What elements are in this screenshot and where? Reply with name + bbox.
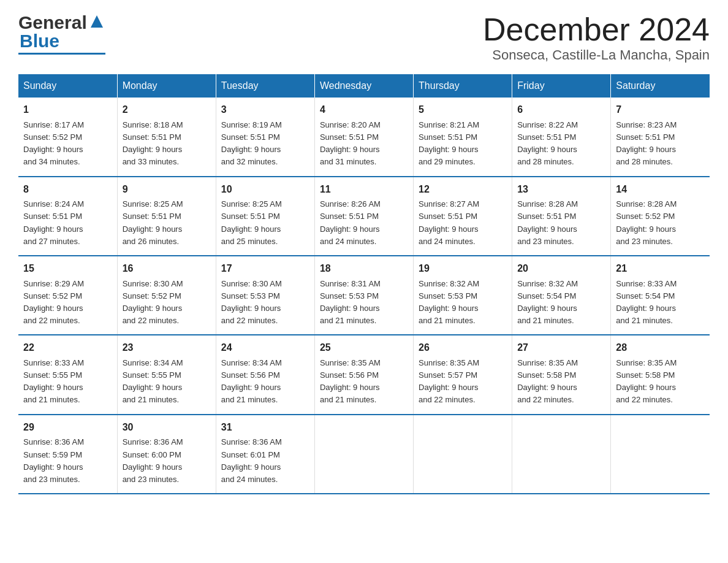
weekday-header-thursday: Thursday	[414, 74, 512, 98]
day-number: 27	[517, 340, 605, 356]
day-number: 22	[23, 340, 112, 356]
calendar-cell: 20Sunrise: 8:32 AMSunset: 5:54 PMDayligh…	[512, 256, 611, 335]
calendar-week-row: 15Sunrise: 8:29 AMSunset: 5:52 PMDayligh…	[18, 256, 710, 335]
day-info: Sunrise: 8:17 AMSunset: 5:52 PMDaylight:…	[23, 120, 84, 166]
day-info: Sunrise: 8:36 AMSunset: 6:01 PMDaylight:…	[221, 437, 282, 483]
day-number: 30	[123, 420, 211, 435]
weekday-header-friday: Friday	[512, 74, 611, 98]
day-info: Sunrise: 8:24 AMSunset: 5:51 PMDaylight:…	[23, 199, 84, 245]
day-number: 25	[320, 340, 408, 356]
calendar-cell: 28Sunrise: 8:35 AMSunset: 5:58 PMDayligh…	[611, 335, 710, 414]
calendar-cell: 5Sunrise: 8:21 AMSunset: 5:51 PMDaylight…	[414, 98, 512, 176]
day-info: Sunrise: 8:28 AMSunset: 5:52 PMDaylight:…	[616, 199, 677, 245]
calendar-cell: 31Sunrise: 8:36 AMSunset: 6:01 PMDayligh…	[216, 415, 314, 494]
month-title: December 2024	[483, 12, 710, 47]
calendar-cell: 12Sunrise: 8:27 AMSunset: 5:51 PMDayligh…	[414, 177, 512, 256]
calendar-week-row: 8Sunrise: 8:24 AMSunset: 5:51 PMDaylight…	[18, 177, 710, 256]
calendar-cell: 26Sunrise: 8:35 AMSunset: 5:57 PMDayligh…	[414, 335, 512, 414]
calendar-cell: 2Sunrise: 8:18 AMSunset: 5:51 PMDaylight…	[117, 98, 216, 176]
calendar-cell: 18Sunrise: 8:31 AMSunset: 5:53 PMDayligh…	[314, 256, 413, 335]
weekday-header-monday: Monday	[117, 74, 216, 98]
weekday-header-wednesday: Wednesday	[314, 74, 413, 98]
day-number: 14	[616, 182, 705, 197]
calendar-cell: 9Sunrise: 8:25 AMSunset: 5:51 PMDaylight…	[117, 177, 216, 256]
day-number: 8	[23, 182, 112, 197]
day-number: 16	[123, 261, 211, 277]
day-info: Sunrise: 8:26 AMSunset: 5:51 PMDaylight:…	[320, 199, 381, 245]
day-info: Sunrise: 8:21 AMSunset: 5:51 PMDaylight:…	[419, 120, 479, 166]
day-number: 4	[320, 102, 408, 118]
day-info: Sunrise: 8:33 AMSunset: 5:54 PMDaylight:…	[616, 279, 677, 325]
calendar-cell	[611, 415, 710, 494]
logo-underline	[18, 53, 105, 55]
day-info: Sunrise: 8:31 AMSunset: 5:53 PMDaylight:…	[320, 279, 381, 325]
calendar-cell: 24Sunrise: 8:34 AMSunset: 5:56 PMDayligh…	[216, 335, 314, 414]
calendar-week-row: 22Sunrise: 8:33 AMSunset: 5:55 PMDayligh…	[18, 335, 710, 414]
logo-triangle-icon	[88, 13, 105, 30]
day-number: 3	[221, 102, 309, 118]
page-header: General Blue December 2024 Sonseca, Cast…	[18, 12, 710, 63]
calendar-table: SundayMondayTuesdayWednesdayThursdayFrid…	[18, 74, 710, 494]
logo-general: General	[18, 12, 87, 33]
day-info: Sunrise: 8:36 AMSunset: 5:59 PMDaylight:…	[23, 437, 84, 483]
calendar-cell: 8Sunrise: 8:24 AMSunset: 5:51 PMDaylight…	[18, 177, 117, 256]
calendar-cell: 25Sunrise: 8:35 AMSunset: 5:56 PMDayligh…	[314, 335, 413, 414]
day-info: Sunrise: 8:36 AMSunset: 6:00 PMDaylight:…	[123, 437, 183, 483]
day-info: Sunrise: 8:23 AMSunset: 5:51 PMDaylight:…	[616, 120, 677, 166]
calendar-cell: 30Sunrise: 8:36 AMSunset: 6:00 PMDayligh…	[117, 415, 216, 494]
day-info: Sunrise: 8:30 AMSunset: 5:52 PMDaylight:…	[123, 279, 183, 325]
weekday-header-saturday: Saturday	[611, 74, 710, 98]
day-info: Sunrise: 8:35 AMSunset: 5:58 PMDaylight:…	[616, 358, 677, 404]
day-number: 1	[23, 102, 112, 118]
day-number: 6	[517, 102, 605, 118]
logo: General Blue	[18, 12, 105, 55]
calendar-cell: 22Sunrise: 8:33 AMSunset: 5:55 PMDayligh…	[18, 335, 117, 414]
title-block: December 2024 Sonseca, Castille-La Manch…	[483, 12, 710, 63]
weekday-header-tuesday: Tuesday	[216, 74, 314, 98]
calendar-cell: 10Sunrise: 8:25 AMSunset: 5:51 PMDayligh…	[216, 177, 314, 256]
calendar-cell: 7Sunrise: 8:23 AMSunset: 5:51 PMDaylight…	[611, 98, 710, 176]
calendar-cell	[414, 415, 512, 494]
day-info: Sunrise: 8:30 AMSunset: 5:53 PMDaylight:…	[221, 279, 282, 325]
day-number: 11	[320, 182, 408, 197]
day-number: 24	[221, 340, 309, 356]
calendar-cell: 6Sunrise: 8:22 AMSunset: 5:51 PMDaylight…	[512, 98, 611, 176]
day-info: Sunrise: 8:19 AMSunset: 5:51 PMDaylight:…	[221, 120, 282, 166]
day-number: 23	[123, 340, 211, 356]
day-number: 26	[419, 340, 507, 356]
logo-blue: Blue	[20, 31, 59, 52]
calendar-cell: 13Sunrise: 8:28 AMSunset: 5:51 PMDayligh…	[512, 177, 611, 256]
calendar-week-row: 29Sunrise: 8:36 AMSunset: 5:59 PMDayligh…	[18, 415, 710, 494]
calendar-cell	[314, 415, 413, 494]
day-info: Sunrise: 8:32 AMSunset: 5:53 PMDaylight:…	[419, 279, 479, 325]
location-title: Sonseca, Castille-La Mancha, Spain	[483, 47, 710, 63]
calendar-cell: 21Sunrise: 8:33 AMSunset: 5:54 PMDayligh…	[611, 256, 710, 335]
day-number: 7	[616, 102, 705, 118]
day-number: 10	[221, 182, 309, 197]
calendar-cell: 1Sunrise: 8:17 AMSunset: 5:52 PMDaylight…	[18, 98, 117, 176]
day-info: Sunrise: 8:33 AMSunset: 5:55 PMDaylight:…	[23, 358, 84, 404]
calendar-cell: 4Sunrise: 8:20 AMSunset: 5:51 PMDaylight…	[314, 98, 413, 176]
calendar-cell	[512, 415, 611, 494]
day-number: 5	[419, 102, 507, 118]
day-number: 21	[616, 261, 705, 277]
day-number: 12	[419, 182, 507, 197]
day-info: Sunrise: 8:25 AMSunset: 5:51 PMDaylight:…	[123, 199, 183, 245]
day-info: Sunrise: 8:27 AMSunset: 5:51 PMDaylight:…	[419, 199, 479, 245]
day-info: Sunrise: 8:28 AMSunset: 5:51 PMDaylight:…	[517, 199, 578, 245]
calendar-cell: 14Sunrise: 8:28 AMSunset: 5:52 PMDayligh…	[611, 177, 710, 256]
weekday-header-sunday: Sunday	[18, 74, 117, 98]
day-number: 17	[221, 261, 309, 277]
day-info: Sunrise: 8:18 AMSunset: 5:51 PMDaylight:…	[123, 120, 183, 166]
calendar-cell: 11Sunrise: 8:26 AMSunset: 5:51 PMDayligh…	[314, 177, 413, 256]
day-number: 18	[320, 261, 408, 277]
day-info: Sunrise: 8:35 AMSunset: 5:58 PMDaylight:…	[517, 358, 578, 404]
calendar-cell: 19Sunrise: 8:32 AMSunset: 5:53 PMDayligh…	[414, 256, 512, 335]
calendar-cell: 15Sunrise: 8:29 AMSunset: 5:52 PMDayligh…	[18, 256, 117, 335]
day-number: 13	[517, 182, 605, 197]
day-number: 29	[23, 420, 112, 435]
calendar-cell: 27Sunrise: 8:35 AMSunset: 5:58 PMDayligh…	[512, 335, 611, 414]
day-number: 31	[221, 420, 309, 435]
day-number: 20	[517, 261, 605, 277]
day-info: Sunrise: 8:35 AMSunset: 5:57 PMDaylight:…	[419, 358, 479, 404]
